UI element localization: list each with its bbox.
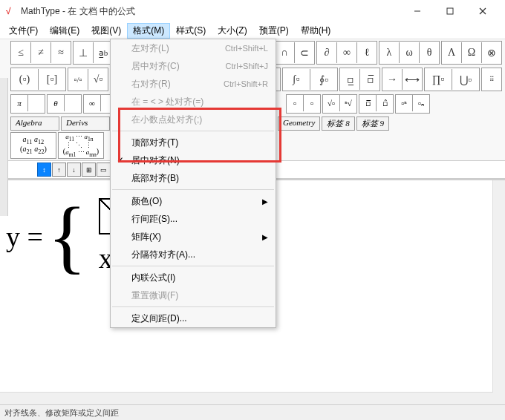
tab-algebra[interactable]: Algebra xyxy=(10,117,59,131)
sym-partial[interactable]: ∂ xyxy=(317,42,337,63)
palette-greek[interactable]: λ ω θ xyxy=(379,41,440,65)
sym-space1[interactable]: ⊥ xyxy=(74,42,94,63)
menu-delimiter-align[interactable]: 分隔符对齐(A)... xyxy=(111,246,276,263)
quick-5[interactable]: √▫ⁿ√ xyxy=(322,94,357,114)
palette-int[interactable]: ∫▫ ∮▫ xyxy=(282,68,338,91)
sym-infty[interactable]: ∞ xyxy=(337,42,357,63)
sym-Omega[interactable]: Ω xyxy=(462,42,482,63)
menu-size[interactable]: 大小(Z) xyxy=(212,23,252,39)
menu-define-spacing[interactable]: 定义间距(D)... xyxy=(111,309,276,327)
menu-help[interactable]: 帮助(H) xyxy=(295,23,337,39)
sb-2[interactable]: ↑ xyxy=(52,163,66,177)
menu-preset[interactable]: 预置(P) xyxy=(253,23,295,39)
menu-mid-align[interactable]: ✓ 居中对齐(N) xyxy=(111,151,276,169)
q6b[interactable]: ▫̂ xyxy=(377,95,393,111)
sym-intersect[interactable]: ∩ xyxy=(275,42,295,63)
sym-circle[interactable]: ⊗ xyxy=(482,42,501,63)
tmpl-arrow[interactable]: → xyxy=(382,69,403,90)
tab-8[interactable]: 标签 8 xyxy=(322,117,354,131)
tab-geometry[interactable]: Geometry xyxy=(278,117,320,131)
q5b[interactable]: ⁿ√ xyxy=(340,95,356,111)
q-blank2[interactable] xyxy=(65,95,81,111)
tab-derivs[interactable]: Derivs xyxy=(61,117,110,131)
window-title: MathType - 在 文档 中的公式 xyxy=(21,5,401,18)
menu-color[interactable]: 颜色(O)▶ xyxy=(111,192,276,210)
tmpl-arrow2[interactable]: ⟷ xyxy=(403,69,422,90)
vertical-scrollbar[interactable] xyxy=(492,180,505,404)
menu-edit[interactable]: 编辑(E) xyxy=(44,23,85,39)
tmpl-sqrt[interactable]: √▫ xyxy=(88,69,108,90)
sb-5[interactable]: ▭ xyxy=(97,163,111,177)
sym-omega[interactable]: ω xyxy=(400,42,420,63)
palette-prod[interactable]: ∏▫ ⋃▫ xyxy=(424,68,480,91)
menu-matrix[interactable]: 矩阵(X)▶ xyxy=(111,228,276,246)
sym-subset[interactable]: ⊂ xyxy=(295,42,314,63)
tmpl-paren[interactable]: (▫) xyxy=(11,69,39,90)
menu-left-align[interactable]: 左对齐(L)Ctrl+Shift+L xyxy=(111,39,276,57)
tmpl-frac[interactable]: ▫/▫ xyxy=(68,69,88,90)
menu-at-align[interactable]: 在 = < > 处对齐(=) xyxy=(111,93,276,111)
q7b[interactable]: ▫ₙ xyxy=(413,95,429,111)
quick-6[interactable]: ▫̅▫̂ xyxy=(359,94,394,114)
menu-format[interactable]: 格式(M) xyxy=(127,23,170,39)
q-blank1[interactable] xyxy=(28,95,45,111)
tmpl-bracket[interactable]: [▫] xyxy=(39,69,65,90)
tmpl-matrix[interactable]: ⠿ xyxy=(482,69,501,90)
q-inf[interactable]: ∞ xyxy=(84,95,101,111)
menu-right-align[interactable]: 右对齐(R)Ctrl+Shift+R xyxy=(111,75,276,93)
palette-relations[interactable]: ≤ ≠ ≈ xyxy=(10,41,71,65)
q5a[interactable]: √▫ xyxy=(323,95,340,111)
sym-leq[interactable]: ≤ xyxy=(11,42,31,63)
tmpl-under[interactable]: ▫̲ xyxy=(340,69,360,90)
menu-reset-finetune[interactable]: 重置微调(F) xyxy=(111,286,276,304)
sym-lambda[interactable]: λ xyxy=(379,42,400,63)
sb-4[interactable]: ⊞ xyxy=(82,163,96,177)
palette-caps[interactable]: Λ Ω ⊗ xyxy=(441,41,502,65)
tmpl-prod[interactable]: ∏▫ xyxy=(425,69,452,90)
quick-2[interactable]: θ xyxy=(47,94,82,114)
menu-style[interactable]: 样式(S) xyxy=(170,23,212,39)
menu-file[interactable]: 文件(F) xyxy=(3,23,44,39)
menu-decimal-align[interactable]: 在小数点处对齐(;) xyxy=(111,111,276,128)
tab-9[interactable]: 标签 9 xyxy=(356,117,389,131)
menu-inline-formula[interactable]: 内联公式(I) xyxy=(111,269,276,286)
sample-matrix-a[interactable]: (a11 a12a21 a22) xyxy=(10,132,56,159)
sb-1[interactable]: ↕ xyxy=(37,163,51,177)
menu-center-align-h[interactable]: 居中对齐(C)Ctrl+Shift+J xyxy=(111,57,276,75)
sym-ell[interactable]: ℓ xyxy=(357,42,377,63)
app-logo: √ xyxy=(6,6,16,16)
horizontal-scrollbar[interactable] xyxy=(0,392,493,404)
sb-3[interactable]: ↓ xyxy=(67,163,81,177)
sym-neq[interactable]: ≠ xyxy=(31,42,51,63)
menu-line-spacing[interactable]: 行间距(S)... xyxy=(111,210,276,228)
q4b[interactable]: ▫ xyxy=(304,95,320,111)
menu-bottom-align[interactable]: 底部对齐(B) xyxy=(111,169,276,187)
palette-operators[interactable]: ∂ ∞ ℓ xyxy=(316,41,377,65)
quick-1[interactable]: π xyxy=(10,94,45,114)
palette-underover[interactable]: ▫̲ ▫̅ xyxy=(339,68,380,91)
quick-4[interactable]: ▫▫ xyxy=(286,94,321,114)
palette-fences[interactable]: (▫) [▫] xyxy=(10,68,66,91)
menu-view[interactable]: 视图(V) xyxy=(85,23,127,39)
sym-Lambda[interactable]: Λ xyxy=(442,42,462,63)
sample-matrix-dots[interactable]: (a11 ⋯ a1n⋮ ⋱ ⋮am1 ⋯ amn) xyxy=(58,132,104,159)
palette-arrows[interactable]: → ⟷ xyxy=(382,68,423,91)
tmpl-over[interactable]: ▫̅ xyxy=(360,69,379,90)
maximize-button[interactable] xyxy=(434,1,466,22)
palette-frac[interactable]: ▫/▫ √▫ xyxy=(68,68,108,91)
palette-matrix[interactable]: ⠿ xyxy=(481,68,502,91)
tmpl-oint[interactable]: ∮▫ xyxy=(310,69,337,90)
menu-top-align[interactable]: 顶部对齐(T) xyxy=(111,134,276,151)
q-theta[interactable]: θ xyxy=(48,95,65,111)
quick-7[interactable]: ▫ⁿ▫ₙ xyxy=(395,94,430,114)
close-button[interactable] xyxy=(466,1,499,22)
q-pi[interactable]: π xyxy=(11,95,28,111)
sym-theta[interactable]: θ xyxy=(420,42,439,63)
tmpl-int[interactable]: ∫▫ xyxy=(283,69,310,90)
q4a[interactable]: ▫ xyxy=(287,95,304,111)
q6a[interactable]: ▫̅ xyxy=(359,95,377,111)
tmpl-union[interactable]: ⋃▫ xyxy=(452,69,479,90)
minimize-button[interactable] xyxy=(401,1,434,22)
sym-approx[interactable]: ≈ xyxy=(51,42,71,63)
q7a[interactable]: ▫ⁿ xyxy=(396,95,413,111)
